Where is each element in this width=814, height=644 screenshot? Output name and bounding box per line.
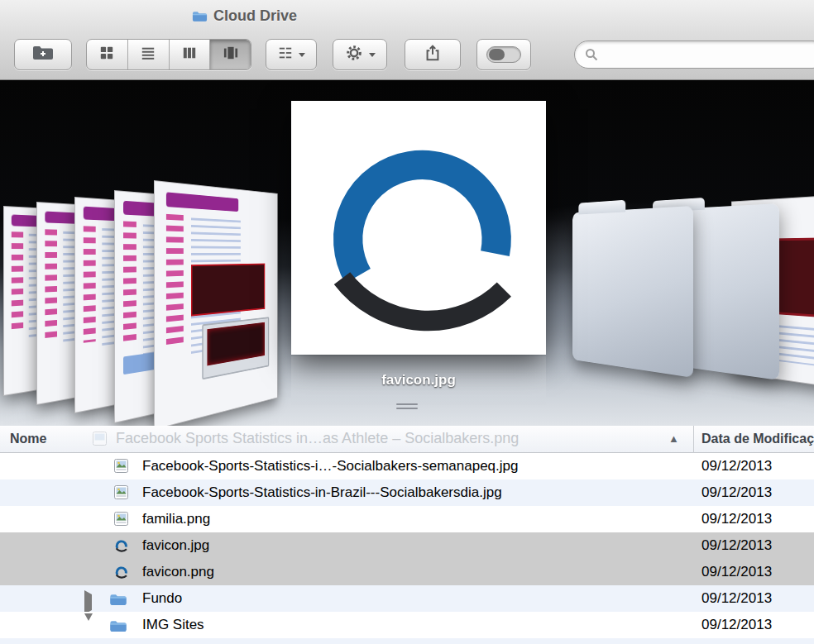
ghost-row-label: Facebook Sports Statistics in…as Athlete… — [116, 430, 519, 447]
toolbar — [0, 33, 814, 80]
favicon-logo — [306, 114, 531, 342]
image-file-icon — [114, 459, 128, 477]
arrange-button[interactable] — [266, 39, 317, 70]
folder-icon — [109, 619, 127, 637]
chevron-down-icon — [369, 53, 376, 57]
file-date: 09/12/2013 — [701, 532, 772, 559]
favicon-file-icon — [114, 565, 128, 583]
list-view-icon — [141, 45, 156, 64]
title-bar[interactable]: Cloud Drive — [0, 0, 814, 33]
file-name: favicon.jpg — [142, 532, 209, 559]
coverflow-item-page-5[interactable] — [154, 180, 278, 426]
folder-icon — [109, 593, 127, 610]
window-title: Cloud Drive — [213, 7, 297, 25]
list-view-button[interactable] — [127, 40, 169, 69]
file-name: Facebook-Sports-Statistics-in-Brazil---S… — [142, 479, 502, 506]
list-item[interactable]: favicon.jpg 09/12/2013 — [0, 532, 814, 559]
cover-flow-area: favicon.jpg — [0, 80, 814, 426]
column-header-date[interactable]: Data de Modificação — [701, 432, 814, 446]
socialbakers-logo — [166, 192, 238, 212]
action-button[interactable] — [333, 39, 387, 70]
coverflow-caption: favicon.jpg — [291, 372, 546, 389]
partial-row — [0, 638, 814, 644]
imac-thumbnail — [202, 317, 269, 379]
file-date: 09/12/2013 — [701, 453, 772, 479]
image-file-icon — [114, 485, 128, 503]
chevron-down-icon — [299, 53, 305, 57]
file-name: Facebook-Sports-Statistics-i…-Socialbake… — [142, 453, 518, 479]
search-input[interactable] — [598, 43, 814, 66]
search-field[interactable] — [574, 41, 814, 69]
gear-icon — [345, 44, 363, 65]
coverflow-center-item[interactable] — [291, 101, 546, 355]
list-header: Nome Facebook Sports Statistics in…as At… — [0, 426, 814, 453]
column-view-button[interactable] — [169, 40, 210, 69]
folder-proxy-icon[interactable] — [192, 10, 208, 22]
file-list: Facebook-Sports-Statistics-i…-Socialbake… — [0, 453, 814, 644]
file-name: familia.png — [142, 506, 210, 532]
arrange-icon — [278, 45, 293, 64]
list-item[interactable]: IMG Sites 09/12/2013 — [0, 612, 814, 638]
search-icon — [585, 48, 598, 61]
cover-flow-view-icon — [223, 45, 239, 64]
finder-window: Cloud Drive — [0, 0, 814, 644]
file-date: 09/12/2013 — [701, 585, 772, 612]
file-date: 09/12/2013 — [701, 506, 772, 532]
disclosure-triangle[interactable] — [84, 594, 92, 611]
coverflow-resize-handle[interactable] — [396, 403, 418, 412]
toggle-icon — [486, 46, 521, 63]
new-folder-icon — [32, 45, 54, 64]
list-item[interactable]: Fundo 09/12/2013 — [0, 585, 814, 612]
file-date: 09/12/2013 — [701, 479, 772, 506]
icon-view-button[interactable] — [87, 40, 127, 69]
list-item[interactable]: familia.png 09/12/2013 — [0, 506, 814, 532]
toggle-button[interactable] — [476, 39, 531, 70]
favicon-file-icon — [114, 538, 128, 556]
file-date: 09/12/2013 — [701, 612, 772, 638]
folder-name: Fundo — [142, 585, 182, 612]
image-file-icon — [114, 512, 128, 530]
list-item[interactable]: Facebook-Sports-Statistics-i…-Socialbake… — [0, 453, 814, 479]
column-header-name[interactable]: Nome — [10, 432, 46, 446]
list-item[interactable]: favicon.png 09/12/2013 — [0, 559, 814, 585]
coverflow-item-folder-1[interactable] — [572, 206, 693, 378]
sort-ascending-icon[interactable]: ▲ — [668, 432, 679, 445]
share-icon — [424, 44, 442, 65]
file-date: 09/12/2013 — [701, 559, 772, 585]
list-item[interactable]: Facebook-Sports-Statistics-in-Brazil---S… — [0, 479, 814, 506]
share-button[interactable] — [405, 39, 461, 70]
facebook-stats-banner — [191, 264, 265, 317]
ghost-image-icon — [93, 432, 107, 449]
file-name: favicon.png — [142, 559, 214, 585]
folder-name: IMG Sites — [142, 612, 204, 638]
new-folder-button[interactable] — [14, 39, 72, 70]
column-view-icon — [182, 45, 197, 64]
column-divider[interactable] — [693, 426, 694, 453]
cover-flow-view-button[interactable] — [209, 40, 251, 69]
view-mode-switcher — [86, 39, 251, 70]
disclosure-triangle[interactable] — [84, 621, 93, 637]
icon-view-icon — [99, 45, 114, 64]
